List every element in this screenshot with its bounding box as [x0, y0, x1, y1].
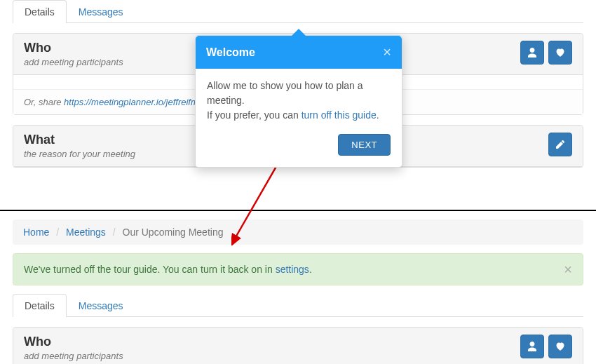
popover-close-icon[interactable]: ×	[383, 44, 391, 60]
tab-details[interactable]: Details	[13, 0, 67, 23]
what-subtitle: the reason for your meeting	[24, 149, 135, 159]
breadcrumb-current: Our Upcoming Meeting	[123, 227, 224, 238]
who-title: Who	[24, 335, 123, 349]
heart-icon	[555, 47, 566, 58]
tab-messages[interactable]: Messages	[67, 294, 135, 317]
edit-button[interactable]	[548, 133, 572, 156]
alert-settings-link[interactable]: settings	[276, 264, 309, 275]
person-icon	[527, 341, 538, 352]
who-panel-lower: Who add meeting participants	[13, 327, 583, 364]
who-title: Who	[24, 41, 123, 55]
breadcrumb-meetings[interactable]: Meetings	[66, 227, 106, 238]
breadcrumb-home[interactable]: Home	[23, 227, 49, 238]
breadcrumb-sep: /	[56, 227, 59, 238]
who-subtitle: add meeting participants	[24, 57, 123, 67]
favorite-button[interactable]	[548, 41, 572, 65]
alert-text1: We've turned off the tour guide. You can…	[24, 264, 276, 275]
popover-title: Welcome	[206, 46, 255, 59]
alert-close-icon[interactable]: ×	[564, 262, 572, 276]
tab-messages[interactable]: Messages	[67, 0, 135, 23]
next-button[interactable]: NEXT	[338, 134, 391, 156]
add-participant-button[interactable]	[520, 335, 544, 358]
popover-line2: If you prefer, you can turn off this gui…	[207, 108, 391, 123]
share-prefix: Or, share	[24, 97, 64, 107]
heart-icon	[555, 341, 566, 352]
success-alert: We've turned off the tour guide. You can…	[13, 253, 583, 285]
tabs-lower: Details Messages	[13, 294, 583, 317]
breadcrumb-sep: /	[113, 227, 116, 238]
alert-text2: .	[309, 264, 312, 275]
section-divider	[0, 210, 596, 211]
pencil-icon	[555, 139, 566, 150]
breadcrumb: Home / Meetings / Our Upcoming Meeting	[13, 220, 583, 245]
person-icon	[527, 47, 538, 58]
tabs-upper: Details Messages	[13, 0, 583, 23]
welcome-popover: Welcome × Allow me to show you how to pl…	[195, 35, 402, 168]
who-subtitle: add meeting participants	[24, 351, 123, 361]
turn-off-guide-link[interactable]: turn off this guide	[302, 109, 377, 121]
tab-details[interactable]: Details	[13, 294, 67, 317]
what-title: What	[24, 133, 135, 147]
popover-line1: Allow me to show you how to plan a meeti…	[207, 79, 391, 108]
add-participant-button[interactable]	[520, 41, 544, 65]
favorite-button[interactable]	[548, 335, 572, 358]
